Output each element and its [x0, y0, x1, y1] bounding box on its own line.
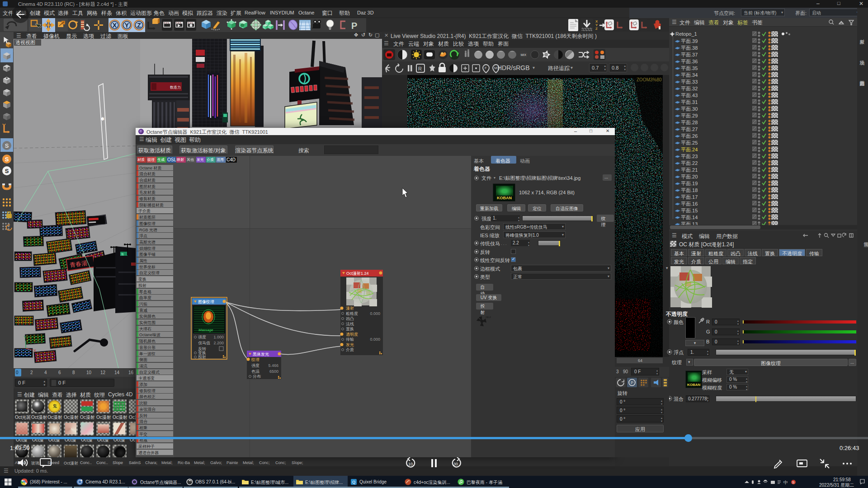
svg-text:ZOOM3%80: ZOOM3%80	[637, 77, 662, 82]
svg-text:凶凸: 凶凸	[346, 316, 354, 321]
svg-text:2.200: 2.200	[213, 341, 224, 345]
svg-text:分布: 分布	[253, 374, 261, 379]
svg-text:色温: 色温	[251, 369, 259, 374]
svg-text:法线: 法线	[346, 322, 354, 326]
svg-text:0.000: 0.000	[370, 337, 380, 342]
svg-text:Oct漫射1.24: Oct漫射1.24	[346, 271, 369, 276]
svg-text:S: S	[792, 480, 794, 484]
svg-text:海: 海	[121, 253, 124, 256]
svg-text:强度: 强度	[251, 363, 259, 368]
svg-text:粗糙度: 粗糙度	[346, 311, 358, 316]
svg-text:中: 中	[783, 480, 788, 485]
svg-text:置换: 置换	[346, 327, 354, 331]
svg-text:0.000: 0.000	[370, 311, 380, 316]
svg-text:图像纹理: 图像纹理	[198, 300, 214, 304]
svg-text:S: S	[5, 156, 9, 163]
svg-text:Massage: Massage	[198, 328, 213, 332]
svg-text:10: 10	[408, 462, 413, 466]
svg-text:透明度: 透明度	[346, 332, 358, 337]
svg-text:发光: 发光	[346, 343, 354, 347]
svg-text:Z: Z	[137, 22, 141, 29]
svg-text:数造力: 数造力	[170, 85, 181, 89]
svg-text:X: X	[33, 348, 36, 353]
svg-text:纹理: 纹理	[251, 357, 259, 362]
svg-text:Q: Q	[352, 480, 355, 484]
svg-text:伎马值: 伎马值	[198, 341, 210, 345]
svg-text:介质: 介质	[346, 347, 354, 352]
svg-text:Y: Y	[125, 22, 129, 29]
svg-text:P: P	[631, 380, 633, 385]
svg-text:强度: 强度	[198, 335, 206, 339]
svg-text:5.466: 5.466	[268, 363, 278, 368]
svg-text:1.000: 1.000	[213, 335, 224, 339]
svg-text:投射: 投射	[198, 355, 206, 359]
svg-text:M: M	[494, 66, 497, 70]
svg-text:F: F	[485, 66, 487, 70]
svg-text:HELP: HELP	[486, 316, 491, 319]
svg-text:Z: Z	[595, 27, 598, 31]
svg-text:黑体发光: 黑体发光	[253, 352, 269, 357]
svg-text:漫射: 漫射	[346, 306, 354, 310]
svg-text:传输: 传输	[345, 337, 354, 342]
svg-text:R: R	[418, 66, 422, 71]
svg-text:Y: Y	[24, 335, 27, 340]
svg-text:6500: 6500	[269, 369, 278, 374]
svg-text:P: P	[351, 21, 357, 31]
svg-text:30: 30	[453, 462, 458, 466]
svg-text:✱: ✱	[100, 116, 104, 122]
svg-text:S: S	[5, 168, 9, 174]
svg-text:X: X	[113, 22, 117, 29]
svg-text:MIX: MIX	[521, 53, 527, 56]
svg-text:S: S	[5, 142, 9, 149]
